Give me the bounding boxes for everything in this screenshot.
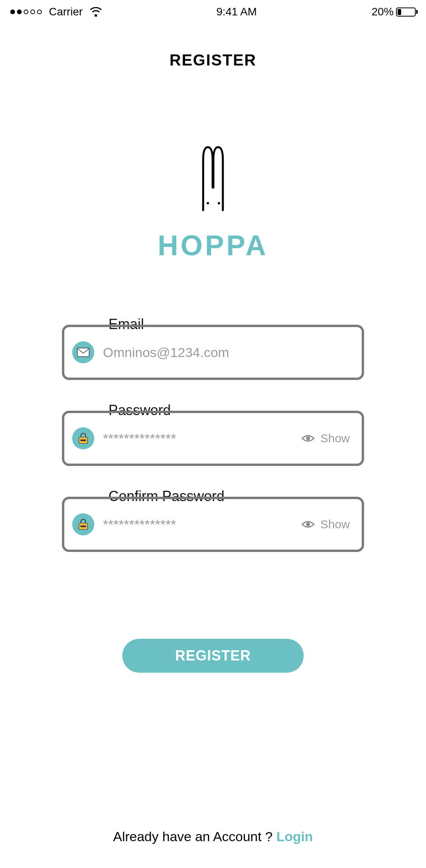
status-bar-right: 20% bbox=[372, 6, 416, 18]
register-button[interactable]: REGISTER bbox=[122, 639, 304, 673]
confirm-show-toggle[interactable]: Show bbox=[301, 518, 350, 531]
svg-point-9 bbox=[306, 522, 310, 526]
svg-point-2 bbox=[218, 202, 220, 204]
svg-rect-8 bbox=[80, 526, 86, 527]
lock-icon bbox=[72, 427, 94, 449]
confirm-password-input[interactable] bbox=[103, 517, 293, 532]
eye-icon bbox=[301, 434, 315, 443]
svg-point-0 bbox=[95, 14, 97, 16]
svg-point-1 bbox=[207, 202, 209, 204]
email-field-wrap: Email bbox=[62, 325, 364, 380]
brand-name: HOPPA bbox=[158, 229, 269, 262]
status-bar: Carrier 9:41 AM 20% bbox=[0, 0, 426, 24]
wifi-icon bbox=[90, 7, 102, 17]
page-title: REGISTER bbox=[170, 51, 256, 69]
carrier-label: Carrier bbox=[49, 6, 83, 18]
svg-point-6 bbox=[306, 436, 310, 440]
confirm-show-label: Show bbox=[320, 518, 350, 531]
battery-percent: 20% bbox=[372, 6, 394, 18]
email-icon bbox=[72, 341, 94, 363]
email-input[interactable] bbox=[103, 345, 350, 360]
password-input[interactable] bbox=[103, 431, 293, 446]
battery-icon bbox=[396, 7, 416, 17]
footer-prompt: Already have an Account ? bbox=[113, 829, 277, 844]
status-bar-time: 9:41 AM bbox=[216, 6, 257, 18]
svg-rect-5 bbox=[80, 440, 86, 441]
login-link[interactable]: Login bbox=[277, 829, 313, 844]
register-form: Email Password bbox=[0, 325, 426, 552]
lock-icon bbox=[72, 513, 94, 535]
rabbit-icon bbox=[191, 144, 235, 211]
footer: Already have an Account ? Login bbox=[0, 829, 426, 844]
password-show-label: Show bbox=[320, 432, 350, 445]
svg-rect-3 bbox=[77, 348, 89, 357]
signal-dots-icon bbox=[10, 9, 42, 14]
eye-icon bbox=[301, 520, 315, 529]
confirm-field-wrap: Confirm Password Show bbox=[62, 497, 364, 552]
password-field-wrap: Password Show bbox=[62, 411, 364, 466]
password-show-toggle[interactable]: Show bbox=[301, 432, 350, 445]
brand-logo: HOPPA bbox=[158, 144, 269, 262]
status-bar-left: Carrier bbox=[10, 6, 102, 18]
